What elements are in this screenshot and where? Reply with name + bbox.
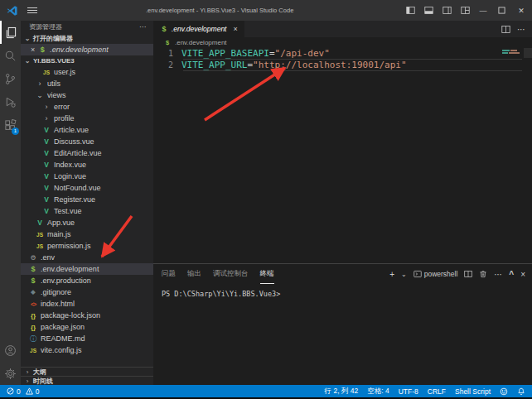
language-mode[interactable]: Shell Script — [455, 387, 491, 396]
tree-item-app-vue[interactable]: VApp.vue — [21, 217, 153, 228]
js-icon: JS — [36, 232, 44, 238]
extensions-icon[interactable]: 1 — [0, 113, 21, 137]
split-terminal-icon[interactable] — [464, 270, 472, 278]
explorer-title: 资源管理器 — [29, 22, 62, 31]
close-editor-icon[interactable]: × — [31, 46, 35, 54]
tree-item-env-development[interactable]: $.env.development — [21, 263, 153, 275]
tree-item-package-lock-json[interactable]: {}package-lock.json — [21, 310, 153, 321]
settings-gear-icon[interactable] — [0, 362, 21, 385]
tree-item-test-vue[interactable]: VTest.vue — [21, 205, 153, 217]
tree-item-main-js[interactable]: JSmain.js — [21, 228, 153, 240]
account-icon[interactable] — [0, 339, 21, 362]
tree-item-article-vue[interactable]: VArticle.vue — [21, 124, 153, 136]
line-number: 2 — [153, 60, 181, 71]
close-button[interactable]: ✕ — [510, 0, 532, 21]
bottom-panel: 问题 输出 调试控制台 终端 + ⌄ powershell — [153, 263, 532, 385]
new-terminal-icon[interactable]: + — [389, 270, 394, 279]
tree-item-user-js[interactable]: JSuser.js — [21, 66, 153, 78]
chevron-right-icon: › — [24, 377, 31, 385]
html-icon: <> — [29, 301, 37, 307]
tree-item-error[interactable]: ›error — [21, 101, 153, 113]
toggle-secondary-sidebar-icon[interactable] — [438, 0, 456, 21]
vue-icon: V — [42, 207, 51, 215]
maximize-panel-icon[interactable]: ^ — [509, 270, 514, 279]
current-line-border — [183, 59, 522, 60]
tree-item-permission-js[interactable]: JSpermission.js — [21, 240, 153, 252]
tree-item-package-json[interactable]: {}package.json — [21, 321, 153, 333]
vue-icon: V — [42, 172, 51, 180]
close-tab-icon[interactable]: × — [233, 25, 237, 33]
run-debug-icon[interactable] — [0, 90, 21, 113]
url-link[interactable]: http://localhost:19001/api — [259, 60, 401, 71]
tree-item-readme-md[interactable]: ⓘREADME.md — [21, 333, 153, 344]
js-icon: JS — [36, 243, 44, 249]
toggle-panel-icon[interactable] — [419, 0, 438, 21]
vue-icon: V — [42, 161, 51, 169]
notifications-bell-icon[interactable] — [517, 387, 525, 396]
minimap[interactable] — [502, 50, 524, 55]
js-icon: JS — [29, 348, 37, 353]
tree-item-env-production[interactable]: $.env.production — [21, 275, 153, 286]
cursor-position[interactable]: 行 2, 列 42 — [325, 387, 359, 397]
warning-count: 0 — [36, 387, 40, 396]
menu-icon[interactable] — [27, 7, 37, 13]
tree-item-register-vue[interactable]: VRegister.vue — [21, 194, 153, 205]
code-editor[interactable]: 1VITE_APP_BASEAPI="/api-dev" 2VITE_APP_U… — [153, 48, 532, 263]
tree-item-notfound-vue[interactable]: VNotFound.vue — [21, 182, 153, 194]
maximize-button[interactable] — [492, 0, 510, 21]
tab-terminal[interactable]: 终端 — [260, 264, 274, 284]
tab-env-development[interactable]: $ .env.development × — [153, 21, 244, 37]
terminal-output[interactable]: PS D:\CSharp\Yi\Yi.BBS.Vue3> — [153, 284, 532, 385]
toggle-sidebar-icon[interactable] — [401, 0, 419, 21]
tree-item-index-vue[interactable]: VIndex.vue — [21, 159, 153, 171]
encoding[interactable]: UTF-8 — [399, 387, 418, 396]
tree-item-gitignore[interactable]: ◆.gitignore — [21, 286, 153, 298]
info-icon: ⓘ — [29, 334, 37, 344]
section-outline[interactable]: › 大纲 — [21, 367, 153, 376]
js-icon: JS — [42, 70, 51, 75]
explorer-more-actions-icon[interactable]: ⋯ — [139, 23, 147, 31]
tree-item-profile[interactable]: ›profile — [21, 113, 153, 124]
close-panel-icon[interactable]: × — [520, 270, 525, 279]
error-count: 0 — [17, 387, 21, 396]
terminal-dropdown-icon[interactable]: ⌄ — [401, 271, 407, 278]
problems-status[interactable]: 0 0 — [7, 387, 39, 396]
section-workspace[interactable]: ⌄ YI.BBS.VUE3 — [21, 55, 153, 66]
terminal-prompt: PS D:\CSharp\Yi\Yi.BBS.Vue3> — [162, 290, 280, 298]
editor-more-actions-icon[interactable]: ⋯ — [517, 25, 525, 34]
minimap-slider[interactable] — [524, 48, 532, 58]
section-open-editors[interactable]: ⌄ 打开的编辑器 — [21, 33, 153, 44]
source-control-icon[interactable] — [0, 67, 21, 90]
tab-debug-console[interactable]: 调试控制台 — [213, 264, 249, 284]
tree-item-login-vue[interactable]: VLogin.vue — [21, 171, 153, 182]
status-bar: 0 0 行 2, 列 42 空格: 4 UTF-8 CRLF Shell Scr… — [0, 385, 532, 397]
sidebar-explorer: 资源管理器 ⋯ ⌄ 打开的编辑器 × $ .env.development ⌄ … — [21, 21, 153, 385]
customize-layout-icon[interactable] — [456, 0, 474, 21]
shell-icon: $ — [160, 25, 168, 33]
json-icon: {} — [29, 324, 37, 331]
shell-icon: $ — [163, 39, 172, 46]
minimize-button[interactable]: — — [474, 0, 492, 21]
search-icon[interactable] — [0, 44, 21, 67]
tree-item-views[interactable]: ⌄views — [21, 89, 153, 101]
eol-sequence[interactable]: CRLF — [428, 387, 446, 396]
section-timeline[interactable]: › 时间线 — [21, 376, 153, 385]
breadcrumb[interactable]: $ .env.development — [153, 37, 532, 48]
tab-problems[interactable]: 问题 — [162, 264, 176, 284]
tree-item-env[interactable]: ⚙.env — [21, 252, 153, 263]
explorer-icon[interactable] — [0, 21, 21, 44]
open-editor-item[interactable]: × $ .env.development — [21, 44, 153, 55]
panel-more-actions-icon[interactable]: ⋯ — [494, 270, 502, 279]
tree-item-vite-config-js[interactable]: JSvite.config.js — [21, 344, 153, 356]
vue-icon: V — [42, 195, 51, 204]
split-editor-icon[interactable] — [501, 25, 510, 34]
tree-item-index-html[interactable]: <>index.html — [21, 298, 153, 310]
indentation[interactable]: 空格: 4 — [367, 387, 389, 397]
tree-item-editarticle-vue[interactable]: VEditArticle.vue — [21, 147, 153, 159]
shell-selector[interactable]: powershell — [414, 270, 458, 278]
tab-output[interactable]: 输出 — [187, 264, 201, 284]
kill-terminal-trash-icon[interactable] — [479, 270, 487, 278]
feedback-smiley-icon[interactable] — [500, 387, 508, 396]
tree-item-discuss-vue[interactable]: VDiscuss.vue — [21, 136, 153, 147]
tree-item-utils[interactable]: ›utils — [21, 78, 153, 89]
